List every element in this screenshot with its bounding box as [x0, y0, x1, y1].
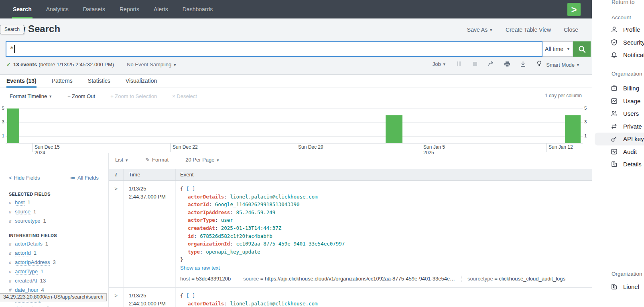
- json-value[interactable]: openapi_key_update: [206, 249, 260, 255]
- json-value[interactable]: 2025-01-13T14:44:37Z: [221, 225, 282, 231]
- field-link[interactable]: actorIpAddress: [15, 259, 50, 266]
- nav-item-dashboards[interactable]: Dashboards: [175, 0, 220, 18]
- nav-item-search[interactable]: Search: [6, 0, 39, 18]
- field-link[interactable]: host: [15, 199, 25, 206]
- deselect-button[interactable]: × Deselect: [172, 93, 197, 99]
- events-histogram[interactable]: 113355Sun Dec 152024Sun Dec 22Sun Dec 29…: [0, 104, 592, 153]
- sidebar-item-profile[interactable]: Profile: [592, 23, 644, 36]
- sidebar-item-lionel[interactable]: Lionel: [592, 280, 644, 293]
- tab-statistics[interactable]: Statistics: [88, 75, 110, 88]
- json-key[interactable]: actorId: [188, 201, 209, 207]
- sidebar-item-private[interactable]: Private: [592, 120, 644, 133]
- search-row: * All time▼: [6, 41, 591, 57]
- sidebar-item-label: Audit: [623, 148, 637, 155]
- sidebar-item-api-keys[interactable]: API keys: [595, 133, 644, 145]
- meta-source[interactable]: source = https://api.clickhouse.cloud/v1…: [237, 276, 461, 282]
- json-key[interactable]: actorDetails: [188, 194, 224, 200]
- json-key[interactable]: actorType: [188, 217, 215, 223]
- format-button[interactable]: ✎Format: [145, 157, 169, 163]
- sidebar-item-usage[interactable]: Usage: [592, 95, 644, 108]
- field-link[interactable]: actorId: [15, 250, 31, 256]
- json-key[interactable]: actorIpAddress: [188, 209, 230, 215]
- x-tick: [296, 143, 296, 152]
- export-button[interactable]: [520, 61, 526, 67]
- json-value[interactable]: lionel.palacin@clickhouse.com: [230, 194, 317, 200]
- pause-button[interactable]: [456, 61, 462, 67]
- time-range-picker[interactable]: All time▼: [542, 41, 573, 57]
- tab-patterns[interactable]: Patterns: [52, 75, 73, 88]
- stop-button[interactable]: [472, 61, 478, 67]
- nav-item-datasets[interactable]: Datasets: [76, 0, 112, 18]
- hide-fields-button[interactable]: <Hide Fields: [9, 175, 40, 181]
- share-button[interactable]: [488, 61, 494, 67]
- smart-mode-dropdown[interactable]: Smart Mode▼: [536, 60, 580, 68]
- all-fields-button[interactable]: ≔All Fields: [70, 175, 99, 181]
- json-value[interactable]: lionel.palacin@clickhouse.com: [230, 301, 317, 307]
- print-button[interactable]: [504, 61, 510, 67]
- field-link[interactable]: actorDetails: [15, 241, 43, 247]
- search-button[interactable]: [573, 41, 591, 57]
- nav-item-reports[interactable]: Reports: [112, 0, 146, 18]
- field-link[interactable]: actorType: [15, 268, 38, 275]
- key-icon: [610, 135, 618, 143]
- event-sampling-dropdown[interactable]: No Event Sampling▼: [127, 61, 177, 68]
- x-tick-label: Sun Jan 12: [549, 144, 573, 150]
- histogram-bar-2024-12-14[interactable]: [7, 108, 19, 143]
- expand-row-button[interactable]: >: [114, 293, 118, 299]
- per-page-dropdown[interactable]: 20 Per Page▼: [185, 157, 219, 163]
- tab-events-[interactable]: Events (13): [6, 75, 37, 88]
- collapse-json-button[interactable]: [-]: [186, 186, 195, 192]
- sidebar-item-billing[interactable]: Billing: [592, 82, 644, 95]
- job-status: ✓ 13 events (before 1/13/25 2:45:32.000 …: [6, 61, 114, 68]
- json-key[interactable]: id: [188, 233, 194, 239]
- return-to-link[interactable]: Return to: [611, 0, 635, 5]
- meta-host[interactable]: host = 53de4339120b: [180, 276, 237, 282]
- sidebar-item-details[interactable]: Details: [592, 158, 644, 171]
- json-key[interactable]: createdAt: [188, 225, 215, 231]
- job-controls: Job▼ Smart Mode▼: [433, 60, 580, 68]
- histogram-bar-2025-01-13[interactable]: [565, 115, 581, 143]
- sidebar-item-users[interactable]: Users: [592, 107, 644, 120]
- job-menu-button[interactable]: Job▼: [433, 61, 446, 67]
- search-input[interactable]: *: [6, 41, 542, 57]
- create-table-view-button[interactable]: Create Table View: [506, 27, 551, 33]
- json-key[interactable]: organizationId: [188, 241, 230, 247]
- event-meta-row: host = 53de4339120bsource = https://api.…: [180, 276, 592, 282]
- json-key[interactable]: actorDetails: [188, 301, 224, 307]
- field-item: aactorType1: [9, 268, 108, 275]
- tab-visualization[interactable]: Visualization: [126, 75, 157, 88]
- json-value[interactable]: Google_114602629918513043390: [215, 201, 300, 207]
- expand-row-button[interactable]: >: [114, 186, 118, 192]
- json-key[interactable]: type: [188, 249, 200, 255]
- format-timeline-dropdown[interactable]: Format Timeline▼: [10, 93, 52, 99]
- json-value[interactable]: 678526d582c1f20fac4babfb: [200, 233, 272, 239]
- json-value[interactable]: cc1092aa-8775-459e-9401-33e54ec07997: [236, 241, 345, 247]
- list-view-dropdown[interactable]: List▼: [115, 157, 128, 163]
- save-as-button[interactable]: Save As▼: [467, 27, 493, 33]
- show-raw-text-link[interactable]: Show as raw text: [180, 265, 592, 271]
- field-link[interactable]: sourcetype: [15, 218, 41, 224]
- field-link[interactable]: source: [15, 209, 30, 215]
- nav-item-analytics[interactable]: Analytics: [39, 0, 76, 18]
- splunk-logo-icon[interactable]: >: [567, 3, 581, 16]
- person-icon: [610, 26, 618, 33]
- field-link[interactable]: createdAt: [15, 278, 37, 284]
- sidebar-item-security[interactable]: Security: [592, 36, 644, 49]
- nav-item-alerts[interactable]: Alerts: [146, 0, 175, 18]
- meta-sourcetype[interactable]: sourcetype = clickhouse_cloud_audit_logs: [461, 276, 571, 282]
- field-item: aactorId1: [9, 250, 108, 256]
- sidebar-item-audit[interactable]: Audit: [592, 145, 644, 158]
- collapse-json-button[interactable]: [-]: [186, 293, 195, 299]
- plus-icon: +: [110, 93, 115, 99]
- json-value[interactable]: user: [221, 217, 233, 223]
- zoom-to-selection-button[interactable]: + Zoom to Selection: [110, 93, 157, 99]
- close-button[interactable]: Close: [564, 27, 578, 33]
- sidebar-item-notifications[interactable]: Notifications: [592, 49, 644, 61]
- col-time-header: Time: [123, 169, 175, 180]
- field-link[interactable]: date_hour: [15, 287, 39, 293]
- scale-note: 1 day per column: [545, 93, 582, 98]
- field-link[interactable]: date_minute: [15, 305, 44, 307]
- zoom-out-button[interactable]: − Zoom Out: [67, 93, 95, 99]
- json-value[interactable]: 85.246.59.249: [236, 209, 275, 215]
- histogram-bar-2025-01-03[interactable]: [386, 115, 402, 143]
